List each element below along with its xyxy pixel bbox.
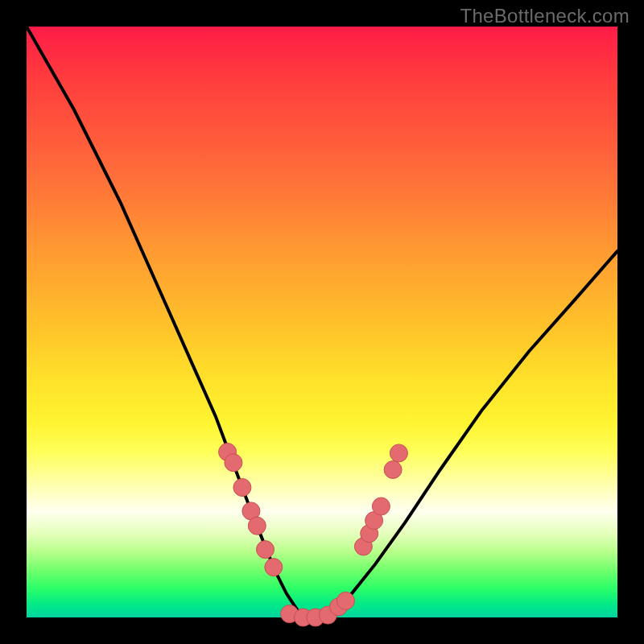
data-dot xyxy=(336,592,354,609)
data-dot xyxy=(372,497,390,515)
data-dot xyxy=(384,461,402,479)
chart-frame: TheBottleneck.com xyxy=(0,0,644,644)
plot-area xyxy=(27,27,617,617)
scatter-dots xyxy=(219,444,408,627)
data-dot xyxy=(233,479,251,497)
data-dot xyxy=(248,517,266,535)
watermark-text: TheBottleneck.com xyxy=(460,5,630,27)
curve-layer xyxy=(27,27,617,617)
data-dot xyxy=(225,454,242,472)
data-dot xyxy=(265,559,283,576)
data-dot xyxy=(257,541,275,559)
data-dot xyxy=(390,444,407,462)
bottleneck-curve xyxy=(27,27,617,617)
